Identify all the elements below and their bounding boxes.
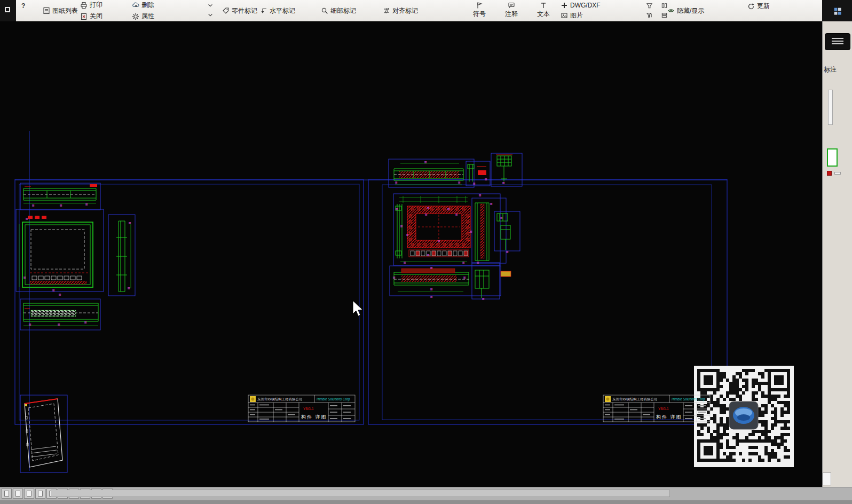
delete-button[interactable]: 删除 (130, 0, 156, 10)
vendor-name: Trimble Solutions Corp (671, 397, 705, 401)
bottom-bar (0, 487, 852, 504)
sidebar-tool-button[interactable] (825, 33, 850, 50)
properties-button[interactable]: 属性 (130, 11, 156, 21)
dropdown-bottom-button[interactable] (205, 11, 217, 20)
cad-canvas[interactable]: 东莞市xx钢结构工程有限公司 Trimble Solutions Corp YB… (0, 21, 822, 487)
company-name: 东莞市xx钢结构工程有限公司 (257, 397, 303, 401)
sheet-tab[interactable] (24, 489, 34, 499)
filter-button-1[interactable] (644, 2, 656, 10)
svg-text:⊠: ⊠ (393, 275, 395, 280)
cad-application-window: ? 图纸列表 打印 关闭 (0, 0, 852, 504)
sheet-icon (38, 491, 43, 497)
funnel-arrow-icon (646, 12, 653, 19)
sidebar-swatch-green[interactable] (827, 148, 838, 167)
funnel-icon (646, 2, 653, 10)
hide-show-button[interactable]: 隐藏/显示 (665, 6, 706, 16)
svg-text:⊠: ⊠ (424, 160, 427, 164)
dropdown-top-button[interactable] (205, 2, 217, 10)
sidebar-swatch-gray[interactable] (834, 172, 841, 175)
svg-text:⊠: ⊠ (400, 224, 403, 229)
drawing-detail-top-right[interactable] (491, 153, 522, 186)
qr-code (694, 366, 794, 467)
company-name: 东莞市xx钢结构工程有限公司 (612, 397, 658, 401)
sheet-tab[interactable] (2, 489, 12, 499)
sheet-icon (4, 491, 9, 497)
filter-button-2[interactable] (644, 11, 656, 20)
sidebar-bottom-box (823, 472, 831, 485)
close-icon (80, 13, 88, 20)
image-icon (561, 12, 568, 19)
gear-icon (132, 13, 139, 20)
right-sidebar: 标注 (822, 21, 852, 487)
svg-text:⊠: ⊠ (500, 216, 502, 220)
svg-text:⊠: ⊠ (490, 202, 492, 206)
drawing-number: YBG-1 (303, 407, 314, 411)
svg-text:⊠: ⊠ (404, 261, 406, 265)
delete-cloud-icon (132, 2, 139, 9)
chevron-down-icon (207, 12, 215, 19)
svg-text:⊠: ⊠ (425, 212, 427, 217)
window-grid-button[interactable] (822, 0, 852, 21)
symbol-button[interactable]: 符号 (471, 0, 488, 19)
align-lines-icon (383, 7, 390, 14)
svg-text:⊠: ⊠ (52, 288, 54, 293)
close-drawing-button[interactable]: 关闭 (78, 11, 105, 21)
drawing-beam-mid-left[interactable] (20, 299, 100, 330)
app-menu-button[interactable] (0, 0, 16, 21)
update-button[interactable]: 更新 (745, 1, 772, 11)
svg-text:⊠: ⊠ (85, 202, 88, 207)
svg-text:⊠: ⊠ (60, 203, 62, 208)
svg-text:⊠: ⊠ (32, 203, 34, 208)
drawing-beam-bottom-right[interactable] (390, 263, 511, 299)
svg-text:⊠: ⊠ (59, 293, 61, 297)
drawing-3d-view[interactable] (20, 395, 67, 472)
part-mark-button[interactable]: 零件标记 (220, 6, 259, 16)
detail-mark-button[interactable]: 细部标记 (319, 6, 358, 16)
qr-center-logo (729, 401, 758, 429)
eye-icon (667, 7, 675, 14)
drawing-title: 构件 详图 (301, 414, 327, 420)
insert-image-button[interactable]: 图片 (558, 11, 603, 21)
svg-text:⊠: ⊠ (58, 322, 60, 327)
text-button[interactable]: 文本 (535, 0, 552, 19)
svg-text:⊠: ⊠ (482, 297, 484, 301)
annotation-button[interactable]: 注释 (503, 0, 520, 19)
svg-text:⊠: ⊠ (430, 295, 432, 299)
svg-text:⊠: ⊠ (438, 239, 440, 243)
sheet-list-button[interactable]: 图纸列表 (41, 6, 80, 16)
sheet-icon (15, 491, 20, 497)
svg-text:⊠: ⊠ (455, 212, 457, 217)
bolt-row (32, 276, 82, 280)
sheet-right-border[interactable] (368, 179, 727, 424)
horizontal-scrollbar[interactable] (51, 490, 670, 497)
help-button[interactable]: ? (21, 2, 30, 11)
drawing-number: YBG-1 (658, 407, 669, 411)
sheet-icon (27, 491, 31, 497)
dwg-dxf-button[interactable]: DWG/DXF (558, 1, 603, 10)
sidebar-swatch-red[interactable] (827, 171, 832, 176)
svg-text:⊠: ⊠ (396, 207, 398, 211)
annotation-icon (508, 2, 515, 9)
svg-text:⊠: ⊠ (463, 275, 466, 280)
sidebar-scrollbar[interactable] (828, 90, 833, 125)
print-button[interactable]: 打印 (78, 0, 105, 10)
horizontal-mark-button[interactable]: 水平标记 (258, 6, 297, 16)
svg-text:⊠: ⊠ (427, 206, 429, 210)
sheet-left-border[interactable] (15, 179, 364, 424)
horizontal-arrow-icon (260, 7, 267, 14)
svg-text:⊠: ⊠ (485, 177, 487, 182)
refresh-icon (747, 3, 755, 10)
title-block: 东莞市xx钢结构工程有限公司 Trimble Solutions Corp YB… (248, 395, 355, 422)
align-mark-button[interactable]: 对齐标记 (381, 6, 420, 16)
toolbar: ? 图纸列表 打印 关闭 (0, 0, 852, 21)
drawing-panel-right[interactable] (393, 194, 520, 265)
svg-text:⊠: ⊠ (506, 250, 508, 254)
bottom-edge (0, 500, 852, 504)
sheet-tab[interactable] (13, 489, 23, 499)
svg-text:⊠: ⊠ (470, 230, 472, 234)
text-icon (540, 2, 547, 9)
svg-text:⊠: ⊠ (430, 266, 432, 270)
sheet-tab[interactable] (35, 489, 45, 499)
drawing-column-left[interactable] (108, 215, 135, 296)
mouse-cursor (353, 301, 362, 316)
